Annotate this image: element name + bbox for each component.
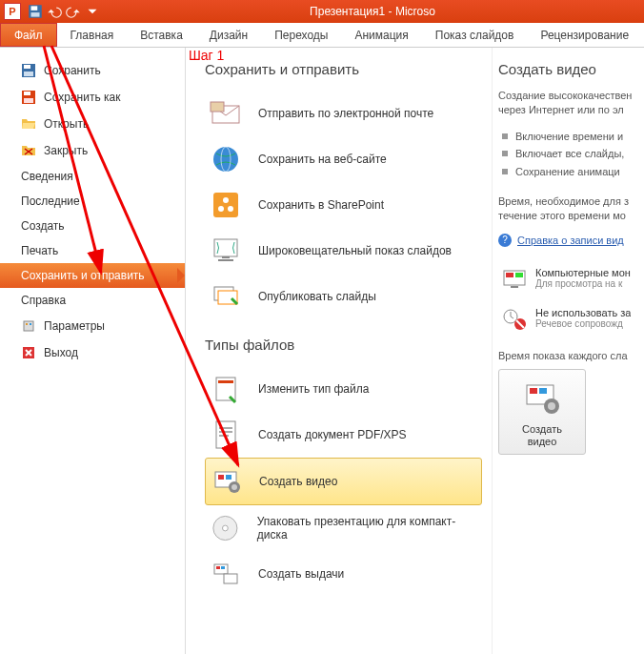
svg-point-19	[228, 206, 233, 212]
quick-access-toolbar	[27, 3, 101, 20]
sharepoint-icon	[209, 188, 243, 222]
nav-save-as[interactable]: Сохранить как	[0, 84, 185, 111]
nav-print[interactable]: Печать	[0, 238, 185, 263]
redo-icon[interactable]	[65, 3, 82, 20]
video-icon	[210, 464, 244, 499]
tab-insert[interactable]: Вставка	[127, 23, 196, 47]
pdf-icon	[209, 418, 243, 452]
svg-rect-50	[530, 388, 537, 394]
opt-package-cd[interactable]: Упаковать презентацию для компакт-диска	[205, 505, 482, 551]
svg-rect-33	[218, 475, 224, 480]
svg-rect-34	[226, 475, 231, 480]
close-icon	[21, 143, 36, 158]
help-link[interactable]: ? Справка о записи вид	[498, 234, 638, 247]
help-icon: ?	[498, 234, 512, 247]
nav-options[interactable]: Параметры	[0, 313, 185, 339]
nav-help[interactable]: Справка	[0, 288, 185, 313]
bullet-item: Сохранение анимаци	[498, 163, 638, 181]
opt-label: Широковещательный показ слайдов	[258, 244, 452, 257]
svg-point-38	[222, 525, 228, 531]
nav-save[interactable]: Сохранить	[0, 57, 185, 84]
opt-create-video[interactable]: Создать видео	[205, 458, 482, 505]
opt-broadcast[interactable]: Широковещательный показ слайдов	[205, 228, 482, 274]
opt-label: Сохранить на веб-сайте	[258, 153, 387, 166]
monitor-icon	[501, 267, 528, 294]
nav-close[interactable]: Закрыть	[0, 137, 185, 164]
nav-exit[interactable]: Выход	[0, 339, 185, 366]
options-icon	[21, 318, 36, 334]
save-icon[interactable]	[27, 3, 44, 20]
section-file-types: Типы файлов	[205, 337, 482, 353]
svg-rect-45	[515, 273, 523, 277]
svg-rect-27	[218, 380, 233, 383]
svg-rect-29	[219, 427, 232, 429]
nav-label: Сохранить и отправить	[21, 269, 145, 282]
bullet-item: Включает все слайды,	[498, 145, 638, 163]
publish-icon	[209, 279, 243, 314]
opt-label: Опубликовать слайды	[258, 290, 376, 303]
save-icon	[21, 63, 36, 78]
exit-icon	[21, 345, 36, 360]
feature-bullets: Включение времени и Включает все слайды,…	[498, 128, 638, 181]
nav-label: Справка	[21, 294, 66, 307]
opt-publish-slides[interactable]: Опубликовать слайды	[205, 274, 482, 319]
ribbon-tabs: Файл Главная Вставка Дизайн Переходы Ани…	[0, 23, 644, 48]
narration-dropdown[interactable]: Не использовать за Речевое сопровожд	[498, 300, 638, 340]
tab-slideshow[interactable]: Показ слайдов	[422, 23, 528, 47]
opt-save-web[interactable]: Сохранить на веб-сайте	[205, 136, 482, 182]
nav-label: Сохранить	[44, 64, 101, 77]
nav-recent[interactable]: Последние	[0, 189, 185, 214]
tab-animations[interactable]: Анимация	[341, 23, 421, 47]
svg-rect-1	[31, 6, 38, 10]
svg-rect-17	[213, 193, 238, 217]
svg-rect-41	[221, 566, 225, 569]
dropdown-subtitle: Речевое сопровожд	[535, 318, 631, 329]
svg-rect-22	[222, 256, 230, 258]
opt-label: Упаковать презентацию для компакт-диска	[257, 515, 478, 542]
annotation-step1: Шаг 1	[189, 48, 224, 63]
svg-point-20	[223, 197, 229, 203]
opt-label: Создать выдачи	[258, 567, 344, 581]
tab-home[interactable]: Главная	[57, 23, 128, 47]
nav-label: Создать	[21, 219, 65, 233]
nav-new[interactable]: Создать	[0, 214, 185, 238]
opt-label: Отправить по электронной почте	[258, 107, 433, 120]
opt-send-email[interactable]: Отправить по электронной почте	[205, 91, 482, 136]
backstage-view: Сохранить Сохранить как Открыть Закрыть …	[0, 48, 644, 654]
tab-file[interactable]: Файл	[0, 23, 57, 47]
tab-review[interactable]: Рецензирование	[527, 23, 642, 47]
save-as-icon	[21, 90, 36, 105]
opt-save-sharepoint[interactable]: Сохранить в SharePoint	[205, 182, 482, 228]
nav-label: Сохранить как	[44, 91, 120, 104]
opt-create-pdf[interactable]: Создать документ PDF/XPS	[205, 412, 482, 458]
opt-label: Создать документ PDF/XPS	[258, 428, 407, 441]
svg-rect-7	[24, 92, 30, 95]
svg-rect-31	[219, 435, 229, 437]
svg-rect-23	[218, 259, 233, 261]
detail-title: Создать видео	[498, 61, 638, 77]
nav-label: Параметры	[44, 319, 105, 333]
time-note: Время, необходимое для з течение этого в…	[498, 194, 638, 224]
nav-label: Закрыть	[44, 144, 88, 157]
qat-dropdown-icon[interactable]	[84, 3, 101, 20]
svg-rect-44	[506, 273, 513, 277]
dropdown-title: Компьютерные мон	[535, 267, 631, 278]
create-video-button-icon	[523, 379, 561, 418]
opt-create-handouts[interactable]: Создать выдачи	[205, 551, 482, 597]
nav-open[interactable]: Открыть	[0, 111, 185, 137]
opt-label: Сохранить в SharePoint	[258, 198, 384, 212]
nav-label: Открыть	[44, 117, 89, 131]
tab-design[interactable]: Дизайн	[196, 23, 261, 47]
bullet-item: Включение времени и	[498, 128, 638, 146]
create-video-button[interactable]: Создать видео	[498, 369, 586, 455]
undo-icon[interactable]	[46, 3, 63, 20]
nav-label: Печать	[21, 244, 58, 257]
opt-change-type[interactable]: Изменить тип файла	[205, 366, 482, 412]
opt-label: Изменить тип файла	[258, 382, 369, 396]
display-quality-dropdown[interactable]: Компьютерные мон Для просмотра на к	[498, 260, 638, 300]
tab-transitions[interactable]: Переходы	[261, 23, 341, 47]
svg-rect-9	[24, 321, 33, 331]
nav-info[interactable]: Сведения	[0, 164, 185, 189]
svg-point-15	[213, 147, 238, 172]
nav-save-send[interactable]: Сохранить и отправить	[0, 263, 185, 288]
